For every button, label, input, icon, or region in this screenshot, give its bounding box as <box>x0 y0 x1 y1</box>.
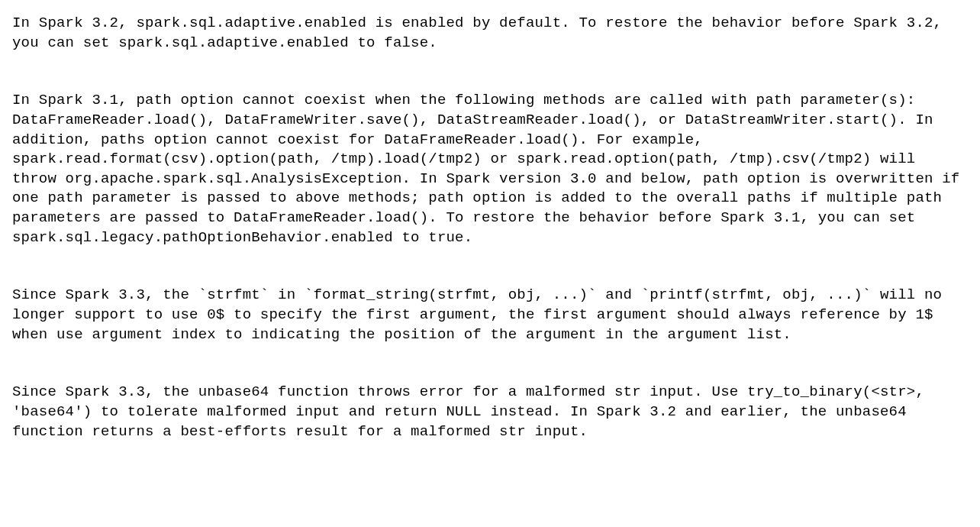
release-note-paragraph: Since Spark 3.3, the `strfmt` in `format… <box>12 286 968 344</box>
release-note-paragraph: In Spark 3.1, path option cannot coexist… <box>12 91 968 247</box>
release-note-paragraph: In Spark 3.2, spark.sql.adaptive.enabled… <box>12 14 968 53</box>
release-note-paragraph: Since Spark 3.3, the unbase64 function t… <box>12 383 968 441</box>
